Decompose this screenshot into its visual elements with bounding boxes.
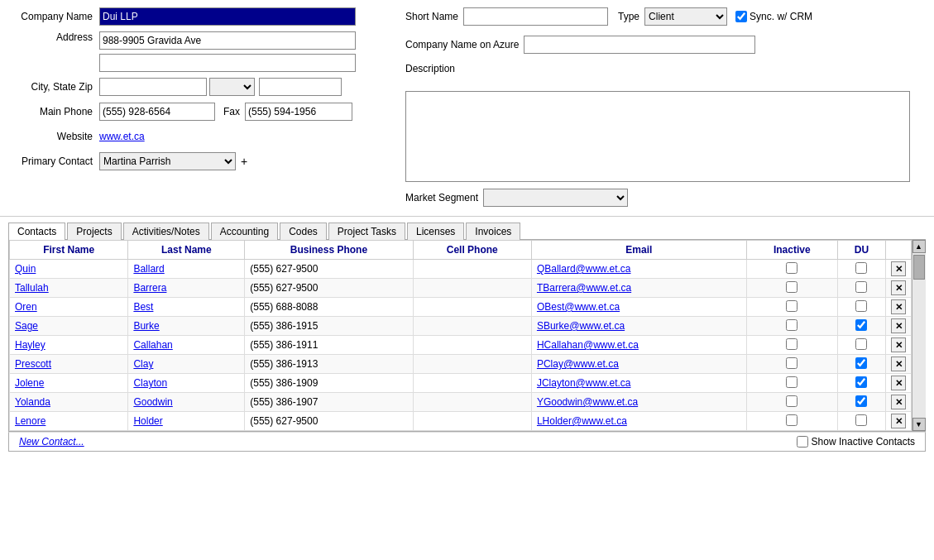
first-name-link[interactable]: Quin [15,263,36,275]
last-name-link[interactable]: Burke [133,320,159,332]
fax-input[interactable] [245,103,352,121]
du-checkbox[interactable] [855,414,867,426]
inactive-checkbox[interactable] [786,357,797,369]
delete-button[interactable]: ✕ [891,357,906,371]
scroll-down-arrow[interactable]: ▼ [912,418,926,431]
last-name-link[interactable]: Holder [133,415,162,427]
tab-accounting[interactable]: Accounting [211,223,278,240]
delete-button[interactable]: ✕ [891,395,906,409]
delete-button[interactable]: ✕ [891,414,906,428]
email-link[interactable]: TBarrera@www.et.ca [537,282,631,294]
inactive-checkbox[interactable] [786,319,797,331]
last-name-link[interactable]: Callahan [133,339,172,351]
website-link[interactable]: www.et.ca [99,131,145,142]
cell-delete: ✕ [886,355,912,374]
first-name-link[interactable]: Jolene [15,377,44,389]
du-checkbox[interactable] [855,300,867,312]
type-select[interactable]: Client Vendor Partner Other [644,7,727,26]
address-line2-input[interactable] [99,54,356,72]
email-link[interactable]: OBest@www.et.ca [537,301,620,313]
first-name-link[interactable]: Hayley [15,339,46,351]
last-name-link[interactable]: Clayton [133,377,167,389]
description-textarea[interactable] [405,91,910,182]
main-phone-input[interactable] [99,103,215,121]
last-name-link[interactable]: Best [133,301,153,313]
col-business-phone[interactable]: Business Phone [245,241,413,260]
last-name-link[interactable]: Ballard [133,263,164,275]
delete-button[interactable]: ✕ [891,280,906,295]
inactive-checkbox[interactable] [786,338,797,350]
add-contact-button[interactable]: + [241,155,247,168]
delete-button[interactable]: ✕ [891,318,906,333]
col-last-name[interactable]: Last Name [128,241,245,260]
email-link[interactable]: SBurke@www.et.ca [537,320,625,332]
inactive-checkbox[interactable] [786,262,797,274]
cell-cell-phone [413,355,531,374]
scroll-up-arrow[interactable]: ▲ [912,240,926,253]
col-first-name[interactable]: First Name [10,241,128,260]
delete-button[interactable]: ✕ [891,337,906,352]
inactive-checkbox[interactable] [786,281,797,293]
col-cell-phone[interactable]: Cell Phone [413,241,531,260]
tab-codes[interactable]: Codes [280,223,327,240]
du-checkbox[interactable] [855,319,867,331]
zip-input[interactable] [259,78,342,96]
table-scrollbar[interactable]: ▲ ▼ [912,240,925,431]
delete-button[interactable]: ✕ [891,376,906,390]
cell-first-name: Prescott [10,355,128,374]
du-checkbox[interactable] [855,357,867,369]
sync-crm-checkbox[interactable] [735,11,747,22]
col-du[interactable]: DU [837,241,885,260]
first-name-link[interactable]: Lenore [15,415,46,427]
last-name-link[interactable]: Goodwin [133,396,172,408]
du-checkbox[interactable] [855,338,867,350]
azure-input[interactable] [524,36,755,54]
du-checkbox[interactable] [855,376,867,388]
inactive-checkbox[interactable] [786,300,797,312]
email-link[interactable]: YGoodwin@www.et.ca [537,396,638,408]
inactive-checkbox[interactable] [786,414,797,426]
du-checkbox[interactable] [855,281,867,293]
cell-delete: ✕ [886,336,912,355]
inactive-checkbox[interactable] [786,376,797,388]
tab-projects[interactable]: Projects [67,223,121,240]
company-name-input[interactable] [99,7,356,26]
first-name-link[interactable]: Tallulah [15,282,49,294]
tab-licenses[interactable]: Licenses [407,223,464,240]
email-link[interactable]: QBallard@www.et.ca [537,263,631,275]
delete-button[interactable]: ✕ [891,261,906,276]
scroll-thumb[interactable] [913,255,925,280]
tab-project-tasks[interactable]: Project Tasks [328,223,405,240]
du-checkbox[interactable] [855,262,867,274]
tab-contacts[interactable]: Contacts [8,223,65,240]
first-name-link[interactable]: Sage [15,320,38,332]
first-name-link[interactable]: Yolanda [15,396,50,408]
state-select[interactable] [209,78,255,96]
email-link[interactable]: JClayton@www.et.ca [537,377,631,389]
email-link[interactable]: LHolder@www.et.ca [537,415,627,427]
primary-contact-select[interactable]: Martina Parrish [99,152,236,170]
new-contact-link[interactable]: New Contact... [19,436,84,448]
email-link[interactable]: HCallahan@www.et.ca [537,339,639,351]
last-name-link[interactable]: Barrera [133,282,166,294]
tab-invoices[interactable]: Invoices [466,223,520,240]
short-name-label: Short Name [405,11,458,22]
du-checkbox[interactable] [855,395,867,407]
short-name-input[interactable] [463,7,608,26]
market-segment-select[interactable] [483,189,628,207]
first-name-link[interactable]: Prescott [15,358,51,370]
table-row: OrenBest(555) 688-8088OBest@www.et.ca✕ [10,298,912,317]
tab-activities-notes[interactable]: Activities/Notes [123,223,209,240]
email-link[interactable]: PClay@www.et.ca [537,358,619,370]
inactive-checkbox[interactable] [786,395,797,407]
address-line1-input[interactable] [99,31,356,50]
show-inactive-checkbox[interactable] [797,436,808,448]
last-name-link[interactable]: Clay [133,358,153,370]
fax-label: Fax [223,106,240,117]
city-input[interactable] [99,78,207,96]
col-email[interactable]: Email [531,241,746,260]
first-name-link[interactable]: Oren [15,301,37,313]
cell-du [837,260,885,279]
col-inactive[interactable]: Inactive [746,241,837,260]
delete-button[interactable]: ✕ [891,299,906,314]
